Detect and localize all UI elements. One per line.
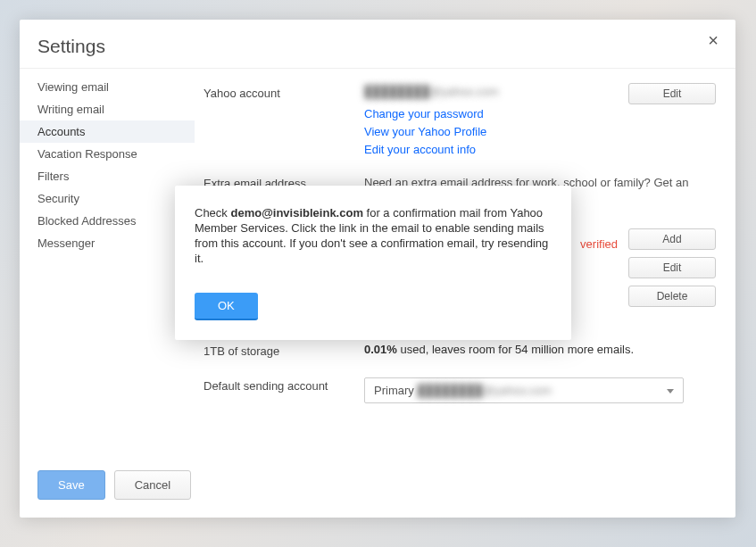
- default-sending-select[interactable]: Primary ████████@yahoo.com: [364, 377, 684, 403]
- yahoo-account-row: Yahoo account ████████@yahoo.com Edit Ch…: [204, 85, 716, 159]
- dialog-ok-button[interactable]: OK: [195, 293, 258, 320]
- sidebar-item-messenger[interactable]: Messenger: [20, 232, 195, 254]
- default-sending-value: ████████@yahoo.com: [417, 384, 551, 397]
- edit-extra-email-button[interactable]: Edit: [628, 257, 716, 278]
- edit-yahoo-account-button[interactable]: Edit: [628, 83, 716, 104]
- storage-percent: 0.01%: [364, 343, 397, 356]
- modal-header: Settings ×: [20, 20, 735, 69]
- view-profile-link[interactable]: View your Yahoo Profile: [364, 123, 716, 141]
- sidebar-item-writing-email[interactable]: Writing email: [20, 98, 195, 120]
- add-extra-email-button[interactable]: Add: [628, 228, 716, 250]
- storage-row: 1TB of storage 0.01% used, leaves room f…: [204, 343, 716, 358]
- close-icon[interactable]: ×: [703, 32, 723, 52]
- dialog-text-prefix: Check: [195, 206, 230, 220]
- sidebar-item-viewing-email[interactable]: Viewing email: [20, 76, 195, 98]
- storage-text: used, leaves room for 54 million more em…: [397, 343, 634, 356]
- delete-extra-email-button[interactable]: Delete: [628, 286, 716, 307]
- default-sending-prefix: Primary: [374, 384, 417, 397]
- sidebar-item-blocked-addresses[interactable]: Blocked Addresses: [20, 210, 195, 232]
- sidebar: Viewing email Writing email Accounts Vac…: [20, 69, 195, 458]
- confirmation-dialog: Check demo@invisibleink.com for a confir…: [175, 186, 571, 340]
- unverified-status: verified: [580, 237, 618, 251]
- dialog-message: Check demo@invisibleink.com for a confir…: [195, 205, 552, 266]
- default-sending-row: Default sending account Primary ████████…: [204, 377, 716, 403]
- change-password-link[interactable]: Change your password: [364, 105, 716, 123]
- edit-account-info-link[interactable]: Edit your account info: [364, 141, 716, 159]
- dialog-email: demo@invisibleink.com: [230, 206, 363, 220]
- storage-label: 1TB of storage: [204, 343, 364, 358]
- save-button[interactable]: Save: [37, 470, 105, 500]
- sidebar-item-security[interactable]: Security: [20, 187, 195, 210]
- yahoo-account-value: ████████@yahoo.com: [364, 85, 498, 98]
- sidebar-item-accounts[interactable]: Accounts: [20, 120, 195, 143]
- cancel-button[interactable]: Cancel: [114, 470, 191, 500]
- modal-title: Settings: [37, 36, 718, 57]
- yahoo-account-label: Yahoo account: [204, 85, 364, 100]
- sidebar-item-vacation-response[interactable]: Vacation Response: [20, 143, 195, 165]
- modal-footer: Save Cancel: [20, 458, 735, 518]
- sidebar-item-filters[interactable]: Filters: [20, 165, 195, 187]
- default-sending-label: Default sending account: [204, 377, 364, 393]
